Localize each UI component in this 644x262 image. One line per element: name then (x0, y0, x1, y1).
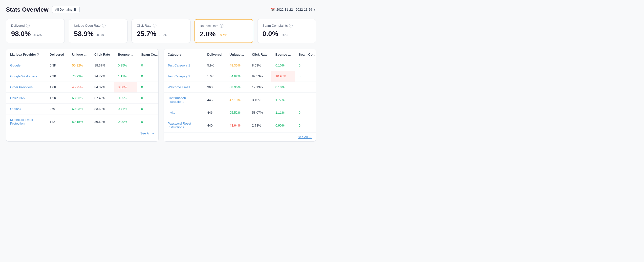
delivered-cell: 279 (46, 104, 68, 114)
bounce-rate-cell: 8.30% (114, 82, 137, 93)
click-rate-cell: 36.62% (90, 114, 114, 129)
date-range-picker[interactable]: 📅 2022-11-22 - 2022-11-29 ∨ (271, 8, 316, 11)
delivered-cell: 1.6K (204, 71, 226, 82)
click-rate-cell: 33.69% (90, 104, 114, 114)
stat-card-label: Spam Complaints ? (262, 24, 311, 28)
stat-card-change: -0.8% (96, 33, 104, 37)
mailbox-table-footer: See All → (6, 129, 158, 138)
spam-complaints-cell: 0 (295, 118, 316, 133)
category-table-card: CategoryDeliveredUnique ...Click RateBou… (164, 49, 316, 142)
mailbox-col-5: Spam Co... (137, 49, 158, 60)
stat-card-spam-complaints: Spam Complaints ? 0.0% 0.0% (257, 19, 316, 43)
mailbox-provider-table: Mailbox Provider ?DeliveredUnique ...Cli… (6, 49, 159, 129)
bounce-rate-cell: 0.71% (114, 104, 137, 114)
stat-card-value: 0.0% (262, 30, 278, 38)
stat-card-bounce-rate: Bounce Rate ? 2.0% +0.4% (194, 19, 253, 43)
table-row: Confirmation Instructions 445 47.19% 3.1… (164, 93, 316, 107)
bounce-rate-cell: 0.10% (271, 60, 294, 71)
category-col-2: Unique ... (226, 49, 248, 60)
category-col-0: Category (164, 49, 204, 60)
unique-rate-cell: 84.62% (226, 71, 248, 82)
mailbox-provider-name[interactable]: Google Workspace (6, 71, 46, 82)
table-header-row: Mailbox Provider ?DeliveredUnique ...Cli… (6, 49, 159, 60)
spam-complaints-cell: 0 (295, 93, 316, 107)
bounce-rate-cell: 0.90% (271, 118, 294, 133)
table-row: Outlook 279 60.93% 33.69% 0.71% 0 (6, 104, 159, 114)
info-icon[interactable]: ? (220, 24, 224, 28)
mailbox-col-4: Bounce ... (114, 49, 137, 60)
mailbox-provider-name[interactable]: Google (6, 60, 46, 71)
category-name[interactable]: Password Reset Instructions (164, 118, 204, 133)
stat-card-label: Delivered ? (11, 24, 60, 28)
delivered-cell: 2.2K (46, 71, 68, 82)
unique-rate-cell: 73.23% (68, 71, 91, 82)
spam-complaints-cell: 0 (295, 60, 316, 71)
bounce-rate-cell: 1.11% (271, 107, 294, 118)
click-rate-cell: 2.73% (248, 118, 272, 133)
unique-rate-cell: 59.15% (68, 114, 91, 129)
delivered-cell: 1.2K (46, 93, 68, 104)
info-icon[interactable]: ? (26, 24, 30, 28)
mailbox-provider-table-card: Mailbox Provider ?DeliveredUnique ...Cli… (6, 49, 159, 142)
spam-complaints-cell: 0 (137, 60, 158, 71)
date-range-label: 2022-11-22 - 2022-11-29 (276, 8, 312, 11)
stat-card-change: -1.2% (159, 33, 167, 37)
stat-card-value: 58.9% (74, 30, 94, 38)
table-row: Office 365 1.2K 63.93% 37.46% 0.65% 0 (6, 93, 159, 104)
stat-card-label: Bounce Rate ? (200, 24, 248, 28)
info-icon[interactable]: ? (153, 24, 156, 28)
stat-card-value-row: 98.0% -0.4% (11, 30, 60, 38)
mailbox-table-body: Google 5.3K 55.32% 18.37% 0.85% 0 Google… (6, 60, 159, 129)
mailbox-provider-name[interactable]: Mimecast Email Protection (6, 114, 46, 129)
mailbox-provider-name[interactable]: Other Providers (6, 82, 46, 93)
unique-rate-cell: 95.52% (226, 107, 248, 118)
category-name[interactable]: Invite (164, 107, 204, 118)
stat-card-delivered: Delivered ? 98.0% -0.4% (6, 19, 65, 43)
stat-card-label: Unique Open Rate ? (74, 24, 122, 28)
stat-card-value-row: 58.9% -0.8% (74, 30, 122, 38)
mailbox-col-1: Delivered (46, 49, 68, 60)
category-name[interactable]: Test Category 2 (164, 71, 204, 82)
bounce-rate-cell: 0.65% (114, 93, 137, 104)
category-col-3: Click Rate (248, 49, 272, 60)
mailbox-col-3: Click Rate (90, 49, 114, 60)
mailbox-see-all-link[interactable]: See All → (140, 132, 154, 135)
bounce-rate-cell: 1.77% (271, 93, 294, 107)
table-row: Google Workspace 2.2K 73.23% 24.79% 1.11… (6, 71, 159, 82)
info-icon[interactable]: ? (289, 24, 292, 28)
spam-complaints-cell: 0 (295, 107, 316, 118)
category-name[interactable]: Test Category 1 (164, 60, 204, 71)
category-see-all-link[interactable]: See All → (298, 135, 312, 139)
spam-complaints-cell: 0 (137, 93, 158, 104)
domain-select[interactable]: All Domains ⇅ (52, 6, 80, 13)
stat-card-value: 2.0% (200, 30, 216, 38)
spam-complaints-cell: 0 (137, 71, 158, 82)
delivered-cell: 445 (204, 93, 226, 107)
stat-card-change: +0.4% (218, 33, 227, 37)
click-rate-cell: 8.63% (248, 60, 272, 71)
bounce-rate-cell: 10.90% (271, 71, 294, 82)
stat-card-label: Click Rate ? (137, 24, 185, 28)
click-rate-cell: 82.53% (248, 71, 272, 82)
mailbox-provider-name[interactable]: Outlook (6, 104, 46, 114)
category-name[interactable]: Welcome Email (164, 82, 204, 93)
table-row: Test Category 2 1.6K 84.62% 82.53% 10.90… (164, 71, 316, 82)
mailbox-col-2: Unique ... (68, 49, 91, 60)
table-row: Mimecast Email Protection 142 59.15% 36.… (6, 114, 159, 129)
unique-rate-cell: 60.93% (68, 104, 91, 114)
table-row: Welcome Email 960 68.96% 17.19% 0.10% 0 (164, 82, 316, 93)
stat-card-change: -0.4% (33, 33, 42, 37)
spam-complaints-cell: 0 (137, 114, 158, 129)
info-icon[interactable]: ? (37, 53, 39, 56)
click-rate-cell: 17.19% (248, 82, 272, 93)
header-left: Stats Overview All Domains ⇅ (6, 6, 80, 13)
bounce-rate-cell: 1.11% (114, 71, 137, 82)
stat-card-value: 98.0% (11, 30, 31, 38)
page-container: Stats Overview All Domains ⇅ 📅 2022-11-2… (0, 0, 322, 148)
info-icon[interactable]: ? (102, 24, 106, 28)
unique-rate-cell: 45.25% (68, 82, 91, 93)
domain-select-label: All Domains (55, 8, 72, 11)
page-title: Stats Overview (6, 6, 48, 13)
mailbox-provider-name[interactable]: Office 365 (6, 93, 46, 104)
category-name[interactable]: Confirmation Instructions (164, 93, 204, 107)
